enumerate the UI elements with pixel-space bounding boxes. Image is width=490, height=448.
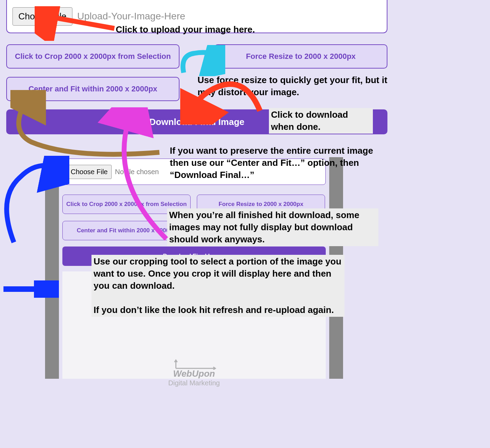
force-resize-button[interactable]: Force Resize to 2000 x 2000px	[214, 44, 387, 69]
annotation-finish: When you’re all finished hit download, s…	[167, 208, 378, 246]
inner-choose-file-button[interactable]: Choose File	[67, 165, 112, 179]
crop-button[interactable]: Click to Crop 2000 x 2000px from Selecti…	[6, 44, 180, 69]
center-fit-button[interactable]: Center and Fit within 2000 x 2000px	[6, 77, 180, 101]
webupon-logo: WebUpon Digital Marketing	[168, 358, 220, 387]
annotation-force: Use force resize to quickly get your fit…	[195, 73, 390, 99]
annotation-download: Click to download when done.	[269, 108, 373, 134]
choose-file-button[interactable]: Choose File	[12, 7, 72, 26]
logo-subtitle: Digital Marketing	[168, 379, 220, 387]
upload-placeholder: Upload-Your-Image-Here	[77, 11, 185, 22]
annotation-crop: Use our cropping tool to select a portio…	[91, 255, 344, 317]
inner-upload-placeholder: No file chosen	[115, 168, 159, 176]
logo-name: WebUpon	[173, 368, 215, 379]
annotation-upload: Click to upload your image here.	[114, 23, 257, 36]
annotation-center: If you want to preserve the entire curre…	[168, 144, 392, 182]
